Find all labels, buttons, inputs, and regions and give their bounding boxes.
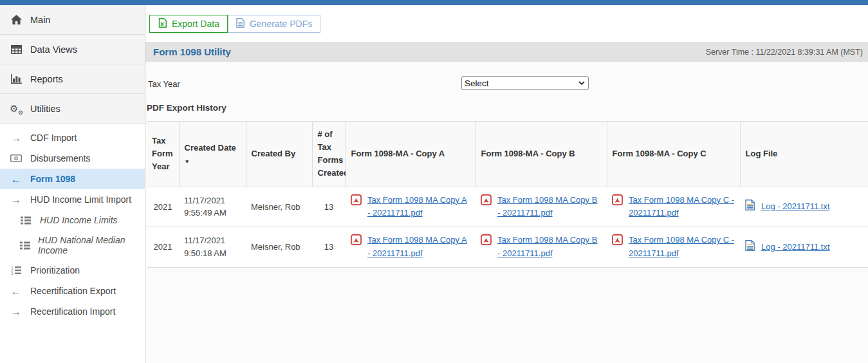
sidebar-item-label: Utilities (30, 104, 66, 114)
pdf-icon (612, 234, 623, 249)
log-file-icon (745, 200, 755, 214)
arrow-left-icon: ← (10, 286, 23, 297)
arrow-right-icon: → (10, 194, 23, 205)
file-icon (236, 18, 245, 30)
table-body: 2021 11/17/2021 9:55:49 AM Meisner, Rob … (147, 187, 868, 267)
top-accent-bar (0, 0, 868, 5)
tax-year-label: Tax Year (148, 79, 180, 89)
sidebar-item-hud-income-limits[interactable]: HUD Income Limits (0, 210, 145, 230)
sidebar-item-label: HUD National Median Income (38, 235, 145, 256)
cell-copy-a: Tax Form 1098 MA Copy A - 20211711.pdf (346, 187, 476, 227)
toolbar: Export Data Generate PDFs (145, 5, 868, 42)
sidebar-item-data-views[interactable]: Data Views (0, 35, 145, 64)
sidebar-item-label: HUD Income Limit Import (30, 194, 136, 205)
pdf-link-copy-c[interactable]: Tax Form 1098 MA Copy C - 20211711.pdf (629, 194, 735, 221)
tax-year-filter-row: Tax Year Select (147, 68, 868, 98)
sidebar-item-label: Data Views (30, 44, 82, 55)
generate-pdfs-button[interactable]: Generate PDFs (228, 15, 320, 33)
log-file-link[interactable]: Log - 20211711.txt (761, 200, 830, 214)
sidebar-item-recertification-import[interactable]: → Recertification Import (0, 301, 145, 322)
pdf-link-copy-c[interactable]: Tax Form 1098 MA Copy C - 20211711.pdf (629, 234, 735, 261)
pdf-export-history-table: Tax Form Year Created Date ▼ Created By … (147, 121, 868, 268)
created-date: 11/17/2021 (184, 234, 241, 247)
sidebar-item-label: Recertification Import (30, 306, 120, 317)
cell-tax-form-year: 2021 (147, 187, 179, 227)
sidebar-item-label: Reports (30, 74, 68, 84)
table-row: 2021 11/17/2021 9:50:18 AM Meisner, Rob … (147, 227, 868, 268)
log-file-icon (745, 240, 755, 255)
cell-log-file: Log - 20211711.txt (740, 227, 868, 268)
sidebar-item-label: HUD Income Limits (40, 215, 123, 225)
main-area: Export Data Generate PDFs Form 1098 Util… (145, 5, 868, 363)
cell-num-forms: 13 (312, 227, 346, 268)
cell-tax-form-year: 2021 (147, 227, 179, 268)
cell-created-date: 11/17/2021 9:55:49 AM (179, 187, 246, 227)
sidebar-item-hud-national-median-income[interactable]: HUD National Median Income (0, 230, 145, 260)
sidebar-item-label: Disbursements (30, 153, 95, 163)
sidebar-item-reports[interactable]: Reports (0, 64, 145, 94)
svg-text:3: 3 (12, 272, 14, 275)
sidebar-item-label: Main (30, 15, 55, 25)
cell-created-date: 11/17/2021 9:50:18 AM (179, 227, 246, 268)
sidebar-item-prioritization[interactable]: 123 Prioritization (0, 260, 145, 281)
generate-pdfs-label: Generate PDFs (250, 19, 312, 29)
pdf-link-copy-a[interactable]: Tax Form 1098 MA Copy A - 20211711.pdf (367, 234, 470, 261)
tax-year-select[interactable]: Select (461, 76, 589, 90)
col-header-label: Created Date (185, 143, 236, 153)
sidebar-item-label: Prioritization (30, 265, 85, 275)
sidebar-item-form-1098[interactable]: ← Form 1098 (0, 169, 145, 189)
arrow-right-icon: → (10, 133, 23, 144)
page-header: Form 1098 Utility Server Time : 11/22/20… (145, 42, 868, 62)
col-header-created-date[interactable]: Created Date ▼ (179, 122, 246, 187)
bar-chart-icon (10, 74, 23, 84)
pdf-export-history-heading: PDF Export History (147, 103, 868, 113)
pdf-link-copy-a[interactable]: Tax Form 1098 MA Copy A - 20211711.pdf (367, 194, 470, 221)
server-time: Server Time : 11/22/2021 8:39:31 AM (MST… (706, 48, 863, 57)
list-icon (19, 241, 30, 250)
pdf-icon (351, 234, 362, 249)
sidebar-item-cdf-import[interactable]: → CDF Import (0, 127, 145, 148)
log-file-link[interactable]: Log - 20211711.txt (761, 241, 830, 254)
gears-icon: ⚙⚙ (10, 103, 23, 115)
cell-log-file: Log - 20211711.txt (740, 187, 868, 227)
home-icon (10, 15, 23, 24)
sidebar-item-recertification-export[interactable]: ← Recertification Export (0, 281, 145, 301)
col-header-tax-form-year: Tax Form Year (147, 122, 179, 187)
money-bill-icon (10, 154, 23, 162)
export-data-button[interactable]: Export Data (149, 15, 228, 33)
cell-created-by: Meisner, Rob (246, 187, 312, 227)
arrow-left-icon: ← (10, 174, 23, 185)
sidebar-item-disbursements[interactable]: Disbursements (0, 148, 145, 169)
sidebar-item-utilities[interactable]: ⚙⚙ Utilities (0, 94, 145, 124)
export-data-label: Export Data (172, 19, 219, 29)
tax-year-select-wrap: Select (461, 76, 589, 90)
sidebar-item-label: Form 1098 (30, 174, 80, 184)
pdf-icon (612, 194, 623, 209)
pdf-icon (481, 234, 492, 249)
cell-num-forms: 13 (312, 187, 346, 227)
col-header-log-file: Log File (740, 122, 868, 187)
sidebar-item-label: CDF Import (30, 133, 82, 143)
table-header: Tax Form Year Created Date ▼ Created By … (147, 122, 868, 187)
arrow-right-icon: → (10, 306, 23, 317)
pdf-icon (351, 194, 362, 209)
cell-copy-c: Tax Form 1098 MA Copy C - 20211711.pdf (607, 227, 740, 268)
sidebar-item-label: Recertification Export (30, 286, 121, 296)
col-header-copy-b: Form 1098-MA - Copy B (476, 122, 607, 187)
sidebar-main-group: Main Data Views Reports ⚙⚙ Utilities (0, 5, 145, 124)
sidebar-item-hud-income-limit-import[interactable]: → HUD Income Limit Import (0, 189, 145, 210)
cell-created-by: Meisner, Rob (246, 227, 312, 268)
created-time: 9:50:18 AM (184, 247, 241, 260)
table-row: 2021 11/17/2021 9:55:49 AM Meisner, Rob … (147, 187, 868, 227)
page-title: Form 1098 Utility (153, 46, 231, 57)
sidebar-sub-group: → CDF Import Disbursements ← Form 1098 →… (0, 124, 145, 322)
list-icon (19, 216, 32, 225)
col-header-copy-c: Form 1098-MA - Copy C (607, 122, 740, 187)
pdf-link-copy-b[interactable]: Tax Form 1098 MA Copy B - 20211711.pdf (497, 194, 602, 221)
sidebar-item-main[interactable]: Main (0, 5, 145, 35)
pdf-icon (481, 194, 492, 209)
pdf-link-copy-b[interactable]: Tax Form 1098 MA Copy B - 20211711.pdf (497, 234, 602, 261)
cell-copy-b: Tax Form 1098 MA Copy B - 20211711.pdf (476, 187, 607, 227)
table-icon (10, 45, 23, 54)
sidebar: Main Data Views Reports ⚙⚙ Utilities (0, 5, 145, 363)
